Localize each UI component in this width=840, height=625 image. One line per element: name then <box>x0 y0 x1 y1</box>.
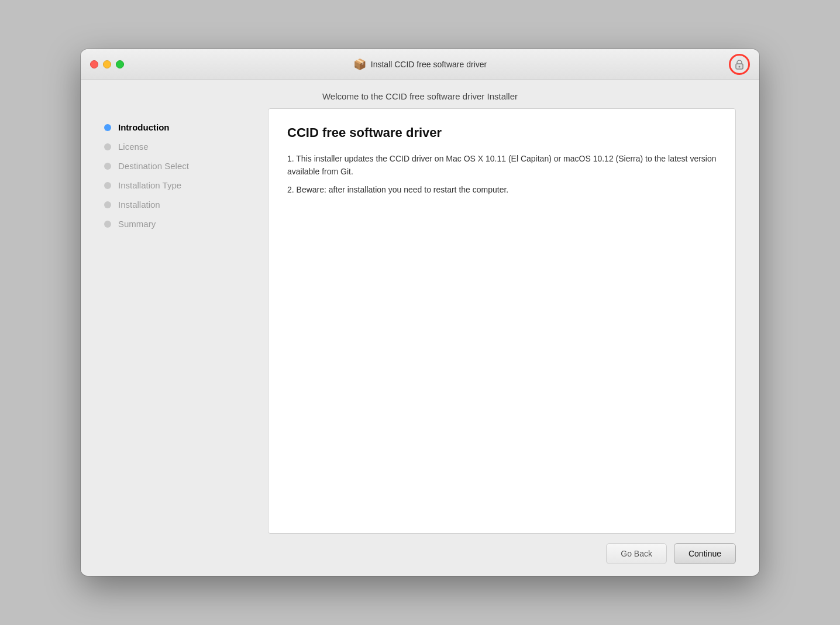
main-panel: CCID free software driver 1. This instal… <box>268 108 736 534</box>
traffic-lights <box>90 60 124 68</box>
titlebar: 📦 Install CCID free software driver <box>81 49 759 80</box>
sidebar-label-summary: Summary <box>118 219 156 229</box>
sidebar-dot-destination-select <box>104 163 111 170</box>
sidebar-dot-summary <box>104 221 111 228</box>
sidebar-dot-installation-type <box>104 182 111 189</box>
window-body: Welcome to the CCID free software driver… <box>81 80 759 576</box>
panel-body-line1: 1. This installer updates the CCID drive… <box>287 152 717 178</box>
sidebar-dot-introduction <box>104 124 111 131</box>
lock-button[interactable] <box>729 54 750 75</box>
continue-button[interactable]: Continue <box>674 543 736 564</box>
svg-point-1 <box>739 66 741 67</box>
go-back-button[interactable]: Go Back <box>606 543 667 564</box>
sidebar-item-license[interactable]: License <box>104 137 256 156</box>
sidebar-dot-license <box>104 143 111 150</box>
sidebar-label-installation-type: Installation Type <box>118 180 181 190</box>
sidebar-item-installation[interactable]: Installation <box>104 195 256 214</box>
sidebar-label-introduction: Introduction <box>118 122 169 132</box>
sidebar: Introduction License Destination Select … <box>104 108 268 534</box>
content-area: Introduction License Destination Select … <box>81 108 759 534</box>
sidebar-label-destination-select: Destination Select <box>118 161 189 171</box>
sidebar-dot-installation <box>104 201 111 208</box>
sidebar-item-summary[interactable]: Summary <box>104 214 256 233</box>
window-title-area: 📦 Install CCID free software driver <box>353 58 487 71</box>
sidebar-item-destination-select[interactable]: Destination Select <box>104 156 256 176</box>
panel-title: CCID free software driver <box>287 125 717 140</box>
panel-body-line2: 2. Beware: after installation you need t… <box>287 183 717 196</box>
minimize-button[interactable] <box>103 60 111 68</box>
installer-window: 📦 Install CCID free software driver Welc… <box>81 49 759 576</box>
maximize-button[interactable] <box>116 60 124 68</box>
close-button[interactable] <box>90 60 98 68</box>
welcome-text: Welcome to the CCID free software driver… <box>81 80 759 108</box>
sidebar-item-introduction[interactable]: Introduction <box>104 118 256 137</box>
panel-body: 1. This installer updates the CCID drive… <box>287 152 717 196</box>
sidebar-item-installation-type[interactable]: Installation Type <box>104 176 256 195</box>
sidebar-label-installation: Installation <box>118 200 160 210</box>
window-title: Install CCID free software driver <box>371 60 487 69</box>
sidebar-label-license: License <box>118 142 149 152</box>
bottom-bar: Go Back Continue <box>81 534 759 576</box>
app-icon: 📦 <box>353 58 366 71</box>
